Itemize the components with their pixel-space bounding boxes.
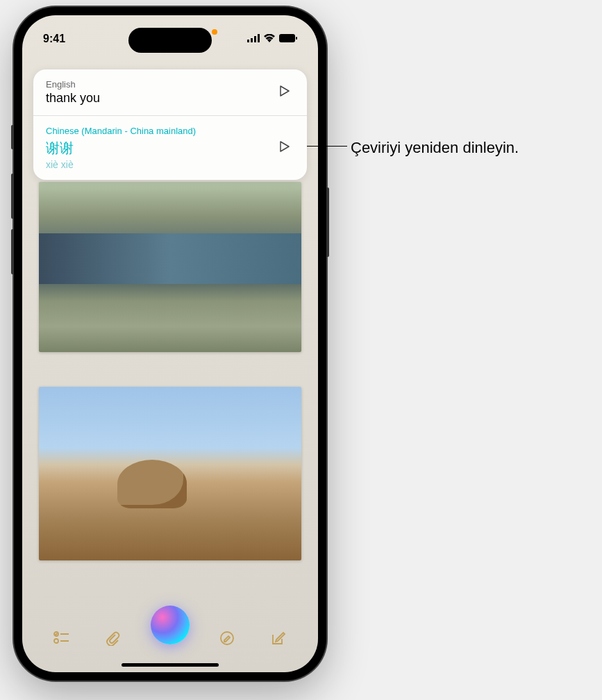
callout-label: Çeviriyi yeniden dinleyin. bbox=[351, 139, 519, 157]
svg-rect-0 bbox=[247, 40, 249, 42]
svg-point-8 bbox=[54, 639, 58, 643]
target-content: Chinese (Mandarin - China mainland) 谢谢 x… bbox=[46, 126, 275, 170]
play-source-button[interactable] bbox=[275, 83, 294, 102]
iphone-frame: 9:41 English thank you bbox=[14, 7, 326, 681]
source-section: English thank you bbox=[33, 69, 307, 116]
target-text: 谢谢 bbox=[46, 139, 275, 158]
home-indicator[interactable] bbox=[122, 663, 219, 667]
target-pronunciation: xiè xiè bbox=[46, 159, 275, 170]
power-button bbox=[326, 188, 329, 257]
svg-rect-1 bbox=[251, 38, 253, 42]
source-content: English thank you bbox=[46, 79, 275, 106]
svg-rect-4 bbox=[279, 34, 295, 42]
checklist-button[interactable] bbox=[48, 626, 76, 653]
source-text: thank you bbox=[46, 91, 275, 106]
svg-rect-2 bbox=[254, 36, 256, 42]
wifi-icon bbox=[264, 33, 275, 45]
screen: 9:41 English thank you bbox=[22, 15, 318, 672]
photo-river-landscape bbox=[39, 182, 301, 352]
target-section: Chinese (Mandarin - China mainland) 谢谢 x… bbox=[33, 116, 307, 180]
compose-icon bbox=[271, 631, 286, 649]
compose-button[interactable] bbox=[265, 626, 292, 653]
play-icon bbox=[280, 85, 290, 99]
mute-switch bbox=[11, 125, 14, 149]
status-time: 9:41 bbox=[43, 33, 65, 45]
siri-translation-card: English thank you Chinese (Mandarin - Ch… bbox=[33, 69, 307, 180]
volume-up-button bbox=[11, 174, 14, 219]
target-language-label: Chinese (Mandarin - China mainland) bbox=[46, 126, 275, 136]
attachment-button[interactable] bbox=[99, 626, 127, 653]
battery-icon bbox=[279, 33, 297, 45]
svg-rect-5 bbox=[296, 37, 297, 40]
checklist-icon bbox=[53, 631, 70, 648]
notes-background bbox=[39, 182, 301, 603]
volume-down-button bbox=[11, 229, 14, 274]
photo-desert-arch bbox=[39, 387, 301, 560]
markup-button[interactable] bbox=[213, 626, 241, 653]
play-icon bbox=[280, 141, 290, 155]
siri-orb[interactable] bbox=[151, 606, 190, 644]
paperclip-icon bbox=[106, 631, 121, 649]
play-translation-button[interactable] bbox=[275, 138, 294, 158]
cellular-signal-icon bbox=[247, 33, 260, 45]
source-language-label: English bbox=[46, 79, 275, 90]
status-indicators bbox=[247, 33, 297, 45]
markup-pen-icon bbox=[219, 631, 235, 649]
svg-rect-3 bbox=[258, 34, 260, 42]
dynamic-island bbox=[128, 28, 212, 53]
